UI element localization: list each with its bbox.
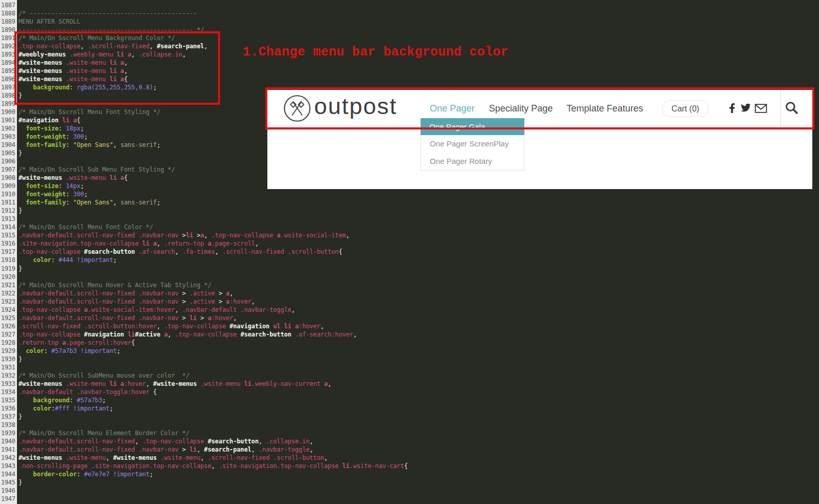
nav-item-speciality-page[interactable]: Speciality Page [489, 103, 553, 114]
line-number: 1919 [0, 265, 17, 273]
line-number: 1905 [0, 149, 17, 157]
code-line [19, 273, 408, 281]
code-line: ----------------------------------------… [19, 26, 408, 34]
code-line: } [19, 413, 408, 421]
line-number: 1912 [0, 207, 17, 215]
code-line: .navbar-default.scroll-nav-fixed .navbar… [19, 289, 408, 297]
nav-item-template-features[interactable]: Template Features [567, 103, 643, 114]
line-number: 1909 [0, 182, 17, 190]
nav-item-one-pager[interactable]: One Pager [430, 103, 475, 114]
dropdown-item-one-pager-rotary[interactable]: One Pager Rotary [421, 153, 524, 170]
line-number: 1934 [0, 388, 17, 396]
code-line: color: #57a7b3 !important; [19, 347, 408, 355]
code-line: #wsite-menus .wsite-menu li a, [19, 59, 408, 67]
code-line: font-family: "Open Sans", sans-serif; [19, 198, 408, 207]
line-number: 1924 [0, 306, 17, 314]
line-number: 1897 [0, 83, 17, 91]
line-number: 1921 [0, 281, 17, 289]
line-number: 1945 [0, 478, 17, 487]
line-number: 1913 [0, 215, 17, 223]
code-line [19, 421, 408, 429]
code-line: /* Main/On Sscroll Menu Background Color… [19, 34, 408, 42]
website-screenshot: outpost One Pager Speciality Page Templa… [267, 90, 812, 189]
line-number: 1911 [0, 198, 17, 207]
screen: 1887188818891890189118921893189418951896… [0, 0, 819, 504]
line-number: 1936 [0, 404, 17, 413]
line-number: 1927 [0, 330, 17, 339]
line-number: 1904 [0, 141, 17, 149]
line-number: 1889 [0, 17, 17, 26]
line-number: 1930 [0, 355, 17, 363]
line-number: 1941 [0, 445, 17, 454]
code-line: #wsite-menus .wsite-menu, #wsite-menus .… [19, 454, 408, 462]
line-number: 1943 [0, 462, 17, 470]
line-number: 1942 [0, 454, 17, 462]
code-line [19, 363, 408, 371]
code-area[interactable]: /* -------------------------------------… [19, 1, 408, 504]
line-number: 1918 [0, 256, 17, 264]
search-icon[interactable] [785, 101, 798, 115]
line-number: 1932 [0, 371, 17, 380]
code-line: #wsite-menus .wsite-menu li a, [19, 67, 408, 75]
line-number: 1890 [0, 26, 17, 34]
cart-button[interactable]: Cart (0) [662, 100, 709, 117]
code-line: .top-nav-collapse #search-button .af-sea… [19, 248, 408, 256]
code-line: .return-top a.page-scroll:hover{ [19, 339, 408, 347]
twitter-icon[interactable] [740, 103, 751, 113]
code-line: .navbar-default.scroll-nav-fixed, .top-n… [19, 437, 408, 445]
line-number: 1931 [0, 363, 17, 371]
line-number: 1937 [0, 413, 17, 421]
line-number: 1907 [0, 165, 17, 174]
code-line: .site-navigation.top-nav-collapse li a, … [19, 239, 408, 248]
facebook-icon[interactable] [729, 103, 735, 114]
line-number: 1901 [0, 116, 17, 124]
code-line: .navbar-default.scroll-nav-fixed .navbar… [19, 445, 408, 454]
line-number-gutter: 1887188818891890189118921893189418951896… [0, 0, 17, 504]
line-number: 1895 [0, 67, 17, 75]
code-line: .top-nav-collapse a.wsite-social-item:ho… [19, 306, 408, 314]
code-line: background: #57a7b3; [19, 396, 408, 404]
code-line: color: #444 !important; [19, 256, 408, 264]
code-line: /* Main/On Sscroll Menu Font Color */ [19, 223, 408, 231]
line-number: 1939 [0, 429, 17, 437]
site-logo[interactable]: outpost [283, 95, 417, 123]
line-number: 1915 [0, 231, 17, 239]
line-number: 1899 [0, 100, 17, 108]
line-number: 1914 [0, 223, 17, 231]
line-number: 1900 [0, 108, 17, 116]
line-number: 1902 [0, 124, 17, 133]
code-line: /* Main/On Sscroll SubMenu mouse over co… [19, 371, 408, 380]
dropdown-item-one-pager-screenplay[interactable]: One Pager ScreenPlay [421, 135, 524, 153]
code-line: /* Main/On Sscroll Menu Element Border C… [19, 429, 408, 437]
line-number: 1910 [0, 190, 17, 198]
one-pager-dropdown: One Pager Gala One Pager ScreenPlay One … [421, 118, 524, 171]
annotation-step-text: 1.Change menu bar background color [243, 45, 508, 60]
code-line: } [19, 478, 408, 487]
line-number: 1894 [0, 59, 17, 67]
line-number: 1896 [0, 75, 17, 83]
line-number: 1888 [0, 9, 17, 17]
line-number: 1893 [0, 50, 17, 59]
code-line [19, 487, 408, 495]
code-line: font-weight: 300; [19, 190, 408, 198]
line-number: 1891 [0, 34, 17, 42]
menu-bar: outpost One Pager Speciality Page Templa… [267, 90, 812, 127]
code-line: } [19, 355, 408, 363]
crossed-flags-icon [283, 95, 311, 122]
line-number: 1906 [0, 157, 17, 165]
code-line: .non-scrolling-page .site-navigation.top… [19, 462, 408, 470]
code-line: } [19, 265, 408, 273]
line-number: 1898 [0, 91, 17, 100]
code-line [19, 1, 408, 9]
code-line: .top-nav-collapse #navigation li#active … [19, 330, 408, 339]
line-number: 1928 [0, 339, 17, 347]
line-number: 1946 [0, 487, 17, 495]
logo-wordmark: outpost [314, 91, 397, 122]
code-line: .navbar-default.scroll-nav-fixed .navbar… [19, 231, 408, 239]
dropdown-item-one-pager-gala[interactable]: One Pager Gala [421, 118, 524, 135]
code-line: #wsite-menus .wsite-menu li a:hover, #ws… [19, 380, 408, 388]
line-number: 1933 [0, 380, 17, 388]
code-line: .scroll-nav-fixed .scroll-button:hover, … [19, 322, 408, 330]
email-icon[interactable] [755, 104, 767, 113]
line-number: 1944 [0, 470, 17, 478]
